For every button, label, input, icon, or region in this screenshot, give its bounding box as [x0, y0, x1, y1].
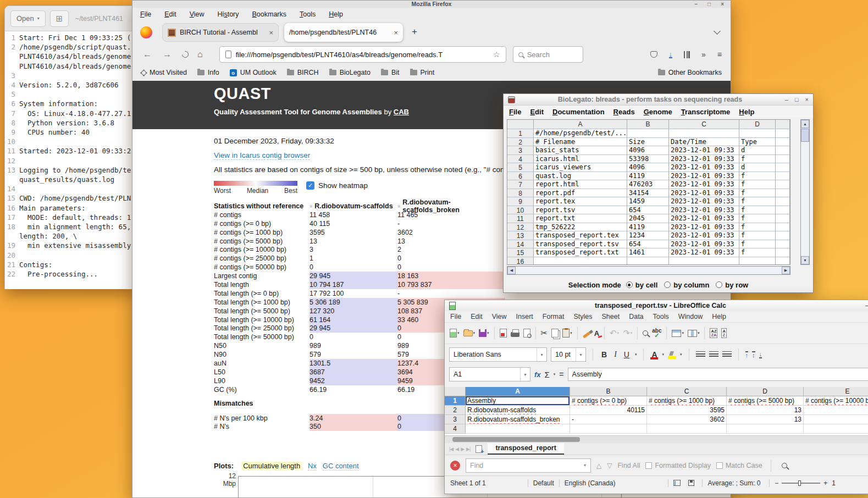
- zoom-slider[interactable]: [782, 483, 820, 484]
- cell-A4[interactable]: [466, 424, 570, 434]
- underline-button[interactable]: U: [622, 350, 631, 359]
- name-box[interactable]: A1 ▾: [449, 367, 530, 381]
- next-sheet-icon[interactable]: ▶: [461, 446, 464, 452]
- calc-horizontal-scrollbar[interactable]: [445, 435, 868, 443]
- clear-formatting-button[interactable]: A: [593, 326, 601, 340]
- maximize-button[interactable]: □: [707, 1, 711, 8]
- add-sheet-button[interactable]: [476, 445, 482, 453]
- close-find-bar-button[interactable]: ×: [450, 461, 460, 471]
- tab-close-icon[interactable]: ×: [394, 29, 398, 37]
- cell[interactable]: f: [739, 248, 776, 257]
- menu-item-file[interactable]: File: [509, 108, 521, 116]
- row-header-2[interactable]: 2: [445, 406, 466, 415]
- bookmark-bit[interactable]: Bit: [381, 69, 400, 76]
- open-button[interactable]: Open ▾: [10, 10, 46, 27]
- menu-item-reads[interactable]: Reads: [613, 108, 635, 116]
- find-previous-button[interactable]: △: [596, 462, 601, 469]
- scroll-down-icon[interactable]: ▼: [801, 256, 809, 264]
- row-header-4[interactable]: 4: [445, 424, 466, 434]
- cell[interactable]: 2023-12-01 09:33: [669, 248, 739, 257]
- cell[interactable]: basic_stats: [534, 146, 627, 155]
- autosum-button[interactable]: Σ: [545, 370, 550, 379]
- menu-item-sheet[interactable]: Sheet: [601, 313, 620, 320]
- menu-item-genome[interactable]: Genome: [644, 108, 672, 116]
- cell[interactable]: f: [739, 197, 776, 206]
- cell[interactable]: 654: [627, 206, 669, 215]
- row-header[interactable]: 10: [507, 206, 534, 215]
- cell[interactable]: quast.log: [534, 172, 627, 181]
- cell[interactable]: 2023-12-01 09:33: [669, 189, 739, 198]
- zoom-in-button[interactable]: +: [823, 479, 827, 487]
- cell[interactable]: 654: [627, 240, 669, 249]
- menu-item-edit[interactable]: Edit: [530, 108, 544, 116]
- tab-quast-report[interactable]: /home/psgendb/test/PLNT46 ×: [284, 23, 403, 42]
- cell[interactable]: 2023-12-01 09:33: [669, 214, 739, 223]
- url-bar[interactable]: file:///home/psgendb/test/PLNT4610/as4/b…: [219, 46, 506, 63]
- redo-button[interactable]: ↷▾: [621, 326, 634, 340]
- row-header[interactable]: 16: [507, 257, 534, 265]
- cell[interactable]: 2023-12-01 09:33: [669, 163, 739, 172]
- cell[interactable]: [669, 257, 739, 265]
- cell-C2[interactable]: 3595: [647, 406, 727, 415]
- bookmark-biolegato[interactable]: BioLegato: [329, 69, 371, 76]
- table-row[interactable]: 14transposed_report.tsv6542023-12-01 09:…: [507, 240, 790, 249]
- menu-item-history[interactable]: History: [218, 10, 239, 18]
- tab-close-icon[interactable]: ×: [269, 29, 273, 37]
- cell[interactable]: tmp_526222: [534, 223, 627, 232]
- cell-D3[interactable]: 13: [727, 415, 804, 424]
- cell[interactable]: report.txt: [534, 214, 627, 223]
- table-row[interactable]: 16: [507, 257, 790, 265]
- forward-button[interactable]: →: [161, 49, 173, 59]
- cell[interactable]: f: [739, 223, 776, 232]
- search-input[interactable]: Search: [513, 46, 583, 63]
- firefox-logo-icon[interactable]: [140, 26, 152, 38]
- cell[interactable]: [739, 257, 776, 265]
- cell-B3[interactable]: -: [570, 415, 647, 424]
- cell-E4[interactable]: [804, 424, 868, 434]
- selection-mode-by-column[interactable]: by column: [664, 281, 709, 289]
- align-right-button[interactable]: [722, 351, 732, 358]
- cell[interactable]: 1459: [627, 197, 669, 206]
- back-button[interactable]: ←: [141, 49, 153, 59]
- cell[interactable]: report.pdf: [534, 189, 627, 198]
- table-row[interactable]: 9report.tex14592023-12-01 09:33f: [507, 197, 790, 206]
- cell[interactable]: 2023-12-01 09:33: [669, 223, 739, 232]
- cab-link[interactable]: CAB: [394, 108, 409, 116]
- match-case-checkbox[interactable]: Match Case: [716, 462, 762, 469]
- sort-ascending-button[interactable]: AZ: [720, 326, 728, 340]
- save-button[interactable]: ▾: [477, 326, 491, 340]
- bookmark-print[interactable]: Print: [410, 69, 435, 76]
- table-row[interactable]: 5icarus_viewers40962023-12-01 09:33d: [507, 163, 790, 172]
- cell[interactable]: Type: [739, 138, 776, 147]
- cell-E1[interactable]: # contigs (>= 10000 bp): [804, 396, 868, 406]
- menu-item-view[interactable]: View: [492, 313, 507, 320]
- cell[interactable]: 476203: [627, 180, 669, 189]
- open-button[interactable]: ▾: [462, 326, 477, 340]
- cell[interactable]: 1461: [627, 248, 669, 257]
- pocket-icon[interactable]: [650, 51, 657, 58]
- scroll-right-icon[interactable]: ▶: [782, 267, 790, 274]
- cell[interactable]: #/home/psgendb/test/...: [534, 129, 627, 138]
- table-row[interactable]: 11report.txt20452023-12-01 09:33f: [507, 214, 790, 223]
- find-next-button[interactable]: ▽: [607, 462, 612, 469]
- column-header-B[interactable]: B: [570, 387, 647, 396]
- find-replace-button[interactable]: [641, 326, 650, 340]
- bold-button[interactable]: B: [600, 350, 609, 359]
- maximize-button[interactable]: □: [795, 96, 799, 103]
- biolegato-titlebar[interactable]: BioLegato: blreads - perform tasks on se…: [504, 94, 813, 106]
- row-header-1[interactable]: 1: [445, 396, 466, 406]
- scrollbar-thumb[interactable]: [452, 437, 580, 442]
- cell[interactable]: 4096: [627, 146, 669, 155]
- horizontal-scrollbar[interactable]: ◀ ▶: [507, 266, 790, 275]
- column-header-A[interactable]: A: [534, 120, 627, 129]
- table-row[interactable]: 2# FilenameSizeDate/TimeType: [507, 138, 790, 147]
- undo-button[interactable]: ↶▾: [608, 326, 621, 340]
- cell[interactable]: d: [739, 146, 776, 155]
- row-header[interactable]: 8: [507, 189, 534, 198]
- align-center-button[interactable]: [709, 351, 718, 358]
- row-header[interactable]: 9: [507, 197, 534, 206]
- table-row[interactable]: 10report.tsv6542023-12-01 09:33f: [507, 206, 790, 215]
- bookmark-star-icon[interactable]: ☆: [493, 50, 500, 59]
- row-header[interactable]: 6: [507, 172, 534, 181]
- row-header[interactable]: 5: [507, 163, 534, 172]
